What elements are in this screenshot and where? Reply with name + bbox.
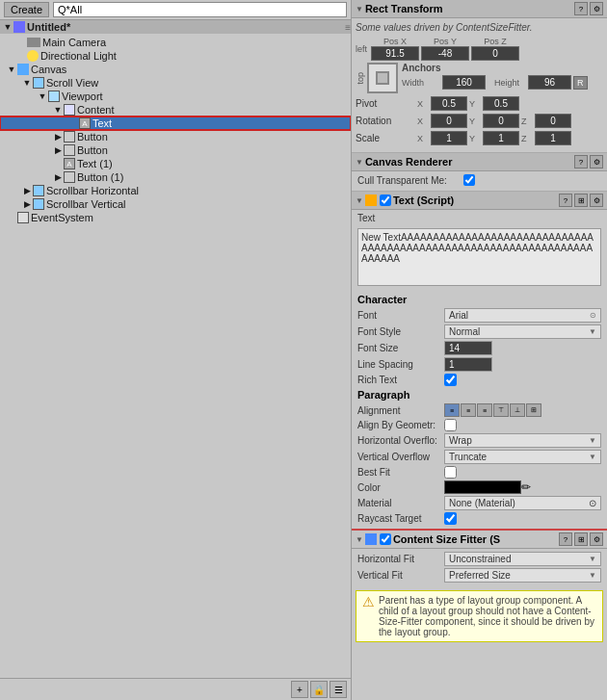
align-bottom[interactable]: ⊞ xyxy=(526,403,541,417)
hierarchy-item-button2[interactable]: ▶ Button xyxy=(0,143,351,157)
create-button[interactable]: Create xyxy=(4,2,49,17)
text-script-icon2[interactable]: ⊞ xyxy=(574,194,588,207)
font-size-label: Font Size xyxy=(357,343,444,353)
hierarchy-item-button3[interactable]: ▶ Button (1) xyxy=(0,170,351,184)
hierarchy-item-directional-light[interactable]: Directional Light xyxy=(0,49,351,63)
horizontal-fit-value[interactable]: Unconstrained ▼ xyxy=(444,552,601,566)
vertical-fit-value[interactable]: Preferred Size ▼ xyxy=(444,568,601,583)
pivot-x-input[interactable] xyxy=(431,96,467,111)
csf-body: Horizontal Fit Unconstrained ▼ Vertical … xyxy=(352,549,607,587)
v-fit-arrow: ▼ xyxy=(589,571,596,580)
align-right[interactable]: ≡ xyxy=(477,403,492,417)
r-button[interactable]: R xyxy=(573,76,588,90)
hierarchy-item-text1[interactable]: A Text (1) xyxy=(0,157,351,170)
label-button3: Button (1) xyxy=(77,171,123,183)
hierarchy-item-scrollbar-h[interactable]: ▶ Scrollbar Horizontal xyxy=(0,184,351,197)
rect-transform-collapse[interactable]: ▼ xyxy=(356,5,363,13)
add-button[interactable]: + xyxy=(291,681,308,698)
pos-z-input[interactable] xyxy=(471,46,519,61)
layers-button[interactable]: ☰ xyxy=(330,681,347,698)
lock-button[interactable]: 🔒 xyxy=(310,681,328,698)
hierarchy-item-scroll-view[interactable]: ▼ Scroll View xyxy=(0,76,351,90)
rect-transform-icon1[interactable]: ? xyxy=(574,2,588,15)
scene-label: Untitled* xyxy=(27,21,70,33)
text-script-enabled[interactable] xyxy=(380,194,391,206)
raycast-checkbox[interactable] xyxy=(444,512,457,525)
hierarchy-tree: Main Camera Directional Light ▼ Canvas ▼… xyxy=(0,34,351,678)
canvas-renderer-icon1[interactable]: ? xyxy=(574,155,588,169)
search-input[interactable] xyxy=(58,4,342,15)
pivot-y-input[interactable] xyxy=(483,96,519,111)
anchor-box[interactable] xyxy=(367,63,398,93)
align-left[interactable]: ≡ xyxy=(444,403,460,417)
csf-icon1[interactable]: ? xyxy=(559,532,572,546)
text-script-icon3[interactable]: ⚙ xyxy=(590,194,603,207)
rot-x-input[interactable] xyxy=(431,114,467,128)
hierarchy-item-viewport[interactable]: ▼ Viewport xyxy=(0,90,351,103)
csf-collapse[interactable]: ▼ xyxy=(356,535,363,544)
vertical-fit-text: Preferred Size xyxy=(449,570,511,581)
scale-x-input[interactable] xyxy=(431,131,467,145)
cull-label: Cull Transparent Me: xyxy=(357,175,463,186)
width-input[interactable] xyxy=(442,75,486,90)
rich-text-checkbox[interactable] xyxy=(444,374,457,386)
rich-text-label: Rich Text xyxy=(357,375,444,385)
arrow-canvas: ▼ xyxy=(6,65,17,74)
font-style-label: Font Style xyxy=(357,326,444,337)
csf-icon3[interactable]: ⚙ xyxy=(590,532,603,546)
pos-x-input[interactable] xyxy=(371,46,419,61)
hierarchy-item-text[interactable]: A Text xyxy=(0,117,351,130)
rot-z-input[interactable] xyxy=(535,114,571,128)
line-spacing-input[interactable] xyxy=(444,357,492,372)
search-box[interactable] xyxy=(53,2,347,17)
color-picker-btn[interactable]: ✏ xyxy=(521,480,531,494)
height-input[interactable] xyxy=(528,75,571,90)
content-icon xyxy=(64,104,75,116)
align-top[interactable]: ⊤ xyxy=(493,403,509,417)
text-script-icon1[interactable]: ? xyxy=(559,194,572,207)
scale-z-input[interactable] xyxy=(535,131,571,145)
scale-label: Scale xyxy=(356,133,413,143)
font-value[interactable]: Arial ⊙ xyxy=(444,308,601,323)
hierarchy-item-scrollbar-v[interactable]: ▶ Scrollbar Vertical xyxy=(0,197,351,211)
text-script-collapse[interactable]: ▼ xyxy=(356,196,363,205)
canvas-renderer-collapse[interactable]: ▼ xyxy=(356,158,363,167)
best-fit-checkbox[interactable] xyxy=(444,466,457,479)
rot-y-input[interactable] xyxy=(483,114,519,128)
font-style-value[interactable]: Normal ▼ xyxy=(444,324,601,339)
cull-checkbox[interactable] xyxy=(463,174,475,186)
csf-icon2[interactable]: ⊞ xyxy=(574,532,588,546)
canvas-renderer-title: Canvas Renderer xyxy=(365,156,574,168)
hierarchy-item-main-camera[interactable]: Main Camera xyxy=(0,36,351,49)
text-value-box[interactable]: New TextAAAAAAAAAAAAAAAAAAAAAAAAAAAAAAAA… xyxy=(357,228,601,286)
scene-menu-icon[interactable]: ≡ xyxy=(345,22,351,33)
left-label: left xyxy=(356,44,367,54)
material-text: None (Material) xyxy=(449,498,515,508)
csf-enabled[interactable] xyxy=(380,533,391,545)
pos-y-label: Pos Y xyxy=(434,37,457,46)
horizontal-overflow-value[interactable]: Wrap ▼ xyxy=(444,433,601,448)
pos-y-input[interactable] xyxy=(421,46,469,61)
material-value[interactable]: None (Material) ⊙ xyxy=(444,496,601,510)
horizontal-overflow-label: Horizontal Overflo: xyxy=(357,435,444,446)
align-by-geometry-checkbox[interactable] xyxy=(444,419,457,431)
color-swatch[interactable] xyxy=(444,480,521,494)
alignment-row: Alignment ≡ ≡ ≡ ⊤ ⊥ ⊞ xyxy=(357,403,601,417)
hierarchy-item-event-system[interactable]: EventSystem xyxy=(0,211,351,224)
font-size-input[interactable] xyxy=(444,341,492,355)
font-style-row: Font Style Normal ▼ xyxy=(357,324,601,339)
scale-y-input[interactable] xyxy=(483,131,519,145)
width-label: Width xyxy=(402,78,440,88)
canvas-renderer-icon2[interactable]: ⚙ xyxy=(590,155,603,169)
hierarchy-item-button1[interactable]: ▶ Button xyxy=(0,130,351,143)
scene-header[interactable]: ▼ Untitled* ≡ xyxy=(0,20,351,34)
vertical-overflow-value[interactable]: Truncate ▼ xyxy=(444,450,601,464)
align-center[interactable]: ≡ xyxy=(461,403,476,417)
rect-transform-icon2[interactable]: ⚙ xyxy=(590,2,603,15)
arrow-scrollbar-v: ▶ xyxy=(21,199,33,209)
hierarchy-item-canvas[interactable]: ▼ Canvas xyxy=(0,63,351,76)
align-middle[interactable]: ⊥ xyxy=(510,403,525,417)
font-value-text: Arial xyxy=(449,310,468,321)
line-spacing-row: Line Spacing xyxy=(357,357,601,372)
hierarchy-item-content[interactable]: ▼ Content xyxy=(0,103,351,117)
